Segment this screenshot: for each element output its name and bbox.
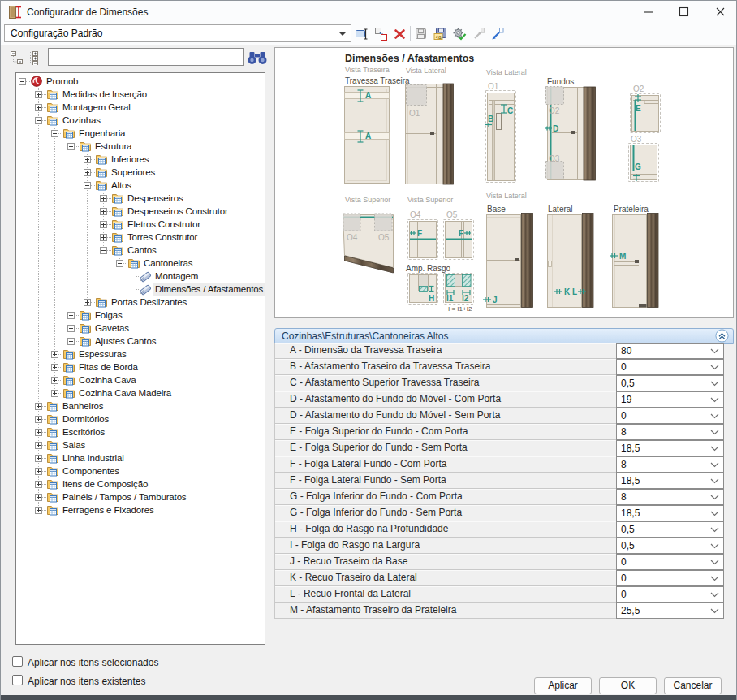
collapse-all-icon[interactable] — [10, 50, 24, 68]
tree-item-medidas-de-insercao[interactable]: Medidas de Inserção — [16, 88, 265, 101]
tree-item-paineis-tampos-tamburatos[interactable]: Painéis / Tampos / Tamburatos — [16, 490, 265, 503]
property-value-dropdown[interactable]: 0 — [616, 359, 724, 375]
tree-item-portas-deslizantes[interactable]: Portas Deslizantes — [16, 296, 265, 309]
tree-item-inferiores[interactable]: Inferiores — [16, 153, 265, 166]
tree-item-ajustes-cantos[interactable]: Ajustes Cantos — [16, 335, 265, 348]
tree-expander-expanded[interactable] — [51, 130, 58, 137]
property-value-dropdown[interactable]: 19 — [616, 391, 724, 408]
configuration-select[interactable]: Configuração Padrão — [4, 24, 351, 42]
apply-selected-checkbox[interactable] — [12, 656, 23, 667]
cancel-button[interactable]: Cancelar — [664, 677, 722, 694]
tree-expander-expanded[interactable] — [67, 143, 75, 150]
tree-expander-collapsed[interactable] — [51, 377, 58, 384]
tree-item-componentes[interactable]: Componentes — [16, 465, 265, 477]
tree-item-linha-industrial[interactable]: Linha Industrial — [16, 452, 265, 465]
tree-item-dimensoes-afastamentos[interactable]: Dimensões / Afastamentos — [16, 283, 265, 296]
tree-item-cantoneiras[interactable]: Cantoneiras — [16, 257, 265, 270]
maximize-button[interactable] — [677, 5, 691, 19]
property-value-dropdown[interactable]: 0,5 — [616, 538, 724, 554]
tree-expander-collapsed[interactable] — [35, 507, 42, 514]
tree-expander-collapsed[interactable] — [35, 104, 42, 111]
tree-item-montagem-geral[interactable]: Montagem Geral — [16, 101, 265, 114]
property-value-dropdown[interactable]: 18,5 — [616, 505, 724, 521]
tree-expander-collapsed[interactable] — [84, 169, 91, 176]
collapse-group-icon[interactable] — [715, 329, 729, 343]
tree-expander-collapsed[interactable] — [51, 364, 58, 371]
property-value-dropdown[interactable]: 8 — [616, 489, 724, 505]
tree-item-cantos[interactable]: Cantos — [16, 244, 265, 257]
tree-expander-collapsed[interactable] — [35, 429, 42, 436]
property-value-dropdown[interactable]: 8 — [616, 424, 724, 440]
tree-expander-collapsed[interactable] — [100, 195, 107, 202]
tree-expander-collapsed[interactable] — [51, 390, 58, 397]
tree-item-altos[interactable]: Altos — [16, 179, 265, 192]
tree-expander-expanded[interactable] — [19, 78, 26, 85]
tree-expander-collapsed[interactable] — [35, 494, 42, 501]
delete-config-icon[interactable] — [393, 27, 407, 41]
tree-item-folgas[interactable]: Folgas — [16, 309, 265, 322]
tree-expander-collapsed[interactable] — [100, 208, 107, 215]
tree-item-escritorios[interactable]: Escritórios — [16, 426, 265, 439]
property-group-header[interactable]: Cozinhas\Estruturas\Cantoneiras Altos — [274, 328, 734, 344]
tree-expander-collapsed[interactable] — [100, 221, 107, 228]
tree-item-ferragens-e-fixadores[interactable]: Ferragens e Fixadores — [16, 503, 265, 516]
search-input[interactable] — [48, 48, 244, 66]
tree-item-gavetas[interactable]: Gavetas — [16, 322, 265, 335]
expand-all-icon[interactable] — [28, 50, 42, 68]
apply-existing-checkbox[interactable] — [12, 675, 23, 685]
property-value-dropdown[interactable]: 0 — [616, 554, 724, 570]
property-value-dropdown[interactable]: 0 — [616, 408, 724, 424]
tree-item-itens-de-composicao[interactable]: Itens de Composição — [16, 477, 265, 490]
tree-item-dormitorios[interactable]: Dormitórios — [16, 413, 265, 426]
close-button[interactable] — [713, 5, 727, 19]
rename-config-icon[interactable] — [355, 27, 369, 41]
copy-config-icon[interactable] — [374, 27, 389, 41]
property-value-dropdown[interactable]: 18,5 — [616, 440, 724, 456]
tree-item-despenseiros-construtor[interactable]: Despenseiros Construtor — [16, 205, 265, 218]
apply-button[interactable]: Aplicar — [534, 677, 592, 694]
tree-item-despenseiros[interactable]: Despenseiros — [16, 192, 265, 205]
tree-item-montagem[interactable]: Montagem — [16, 270, 265, 283]
tree-expander-expanded[interactable] — [84, 182, 91, 189]
ok-button[interactable]: OK — [599, 677, 657, 694]
tree-expander-collapsed[interactable] — [35, 481, 42, 488]
tree-expander-collapsed[interactable] — [84, 156, 91, 163]
property-value-dropdown[interactable]: 0,5 — [616, 521, 724, 538]
tree-expander-collapsed[interactable] — [67, 338, 75, 345]
tree-item-fitas-de-borda[interactable]: Fitas de Borda — [16, 361, 265, 374]
tree-item-cozinha-cava-madeira[interactable]: Cozinha Cava Madeira — [16, 387, 265, 400]
tree-expander-expanded[interactable] — [100, 247, 107, 254]
property-value-dropdown[interactable]: 0 — [616, 586, 724, 603]
save-as-icon[interactable]: <a — [433, 27, 448, 41]
tree-item-torres-construtor[interactable]: Torres Construtor — [16, 231, 265, 244]
property-value-dropdown[interactable]: 0 — [616, 570, 724, 586]
tree-expander-collapsed[interactable] — [35, 455, 42, 462]
binoculars-icon[interactable] — [247, 50, 268, 69]
tree-expander-collapsed[interactable] — [67, 325, 75, 332]
tree-expander-collapsed[interactable] — [35, 91, 42, 98]
property-value-dropdown[interactable]: 8 — [616, 456, 724, 473]
property-value-dropdown[interactable]: 25,5 — [616, 603, 724, 619]
tree-item-engenharia[interactable]: Engenharia — [16, 127, 265, 140]
tree-item-estrutura[interactable]: Estrutura — [16, 140, 265, 153]
tree-item-espessuras[interactable]: Espessuras — [16, 348, 265, 361]
tree-item-eletros-construtor[interactable]: Eletros Construtor — [16, 218, 265, 231]
property-value-dropdown[interactable]: 18,5 — [616, 473, 724, 489]
tree-expander-collapsed[interactable] — [35, 403, 42, 410]
tree-item-cozinhas[interactable]: Cozinhas — [16, 114, 265, 127]
tree-expander-collapsed[interactable] — [67, 312, 75, 319]
tree-expander-collapsed[interactable] — [35, 416, 42, 423]
tree-item-promob[interactable]: Promob — [16, 75, 265, 88]
tree-expander-collapsed[interactable] — [84, 299, 91, 306]
tree-item-superiores[interactable]: Superiores — [16, 166, 265, 179]
minimize-button[interactable] — [641, 5, 655, 19]
tree-expander-collapsed[interactable] — [35, 468, 42, 475]
tree-item-salas[interactable]: Salas — [16, 439, 265, 452]
apply-config-icon[interactable] — [452, 27, 467, 41]
property-value-dropdown[interactable]: 0,5 — [616, 375, 724, 391]
import-icon[interactable] — [490, 27, 505, 41]
tree-expander-collapsed[interactable] — [35, 442, 42, 449]
tree-item-banheiros[interactable]: Banheiros — [16, 400, 265, 413]
tree-expander-expanded[interactable] — [35, 117, 42, 124]
tree-expander-collapsed[interactable] — [100, 234, 107, 241]
